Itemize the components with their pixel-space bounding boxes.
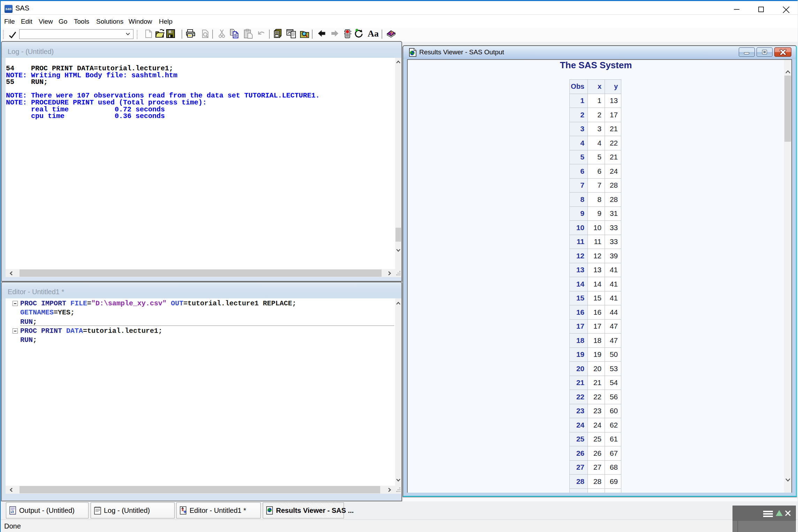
svg-text:?: ? bbox=[390, 30, 393, 36]
